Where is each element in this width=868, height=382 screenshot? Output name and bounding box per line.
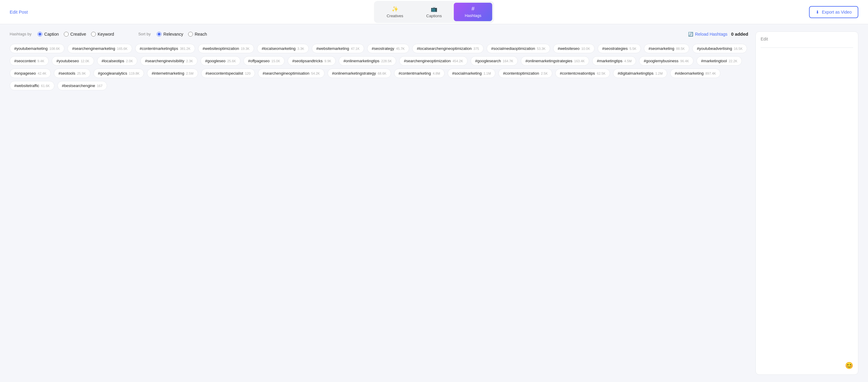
hashtag-text: #seocontent	[14, 59, 36, 63]
hashtag-tag[interactable]: #seocontent9.4K	[10, 56, 49, 66]
hashtag-tag[interactable]: #seotools25.9K	[54, 69, 90, 78]
hashtag-text: #contentcreationtips	[560, 71, 595, 75]
hashtag-panel: Hashtags by Caption Creative Keyword Sor…	[10, 31, 748, 375]
hashtag-count: 19.3K	[241, 47, 249, 50]
hashtag-count: 25.6K	[227, 59, 236, 63]
hashtag-tag[interactable]: #youtubeadvertising16.5K	[692, 44, 747, 53]
edit-panel: Edit 😊	[755, 31, 858, 375]
hashtag-count: 167	[97, 84, 102, 88]
hashtag-text: #searchenginemarketing	[72, 46, 115, 51]
hashtag-tag[interactable]: #websiteoptimization19.3K	[198, 44, 254, 53]
emoji-button[interactable]: 😊	[845, 362, 853, 370]
hashtag-tag[interactable]: #searchenginemarketing165.6K	[67, 44, 132, 53]
hashtag-grid: #youtubemarketing108.6K#searchenginemark…	[10, 44, 748, 90]
hashtag-tag[interactable]: #searchengineoptimisation54.2K	[258, 69, 324, 78]
hashtag-text: #onpageseo	[14, 71, 36, 75]
export-video-button[interactable]: ⬇ Export as Video	[809, 6, 858, 18]
hashtag-tag[interactable]: #onlinemarketingstrategy68.6K	[328, 69, 391, 78]
creatives-icon: ✨	[392, 6, 398, 12]
hashtag-text: #searchengineoptimization	[404, 59, 451, 63]
hashtag-count: 88.5K	[676, 47, 685, 50]
hashtag-tag[interactable]: #seotipsandtricks9.9K	[288, 56, 336, 66]
hashtag-count: 3.3K	[297, 47, 304, 50]
hashtag-tag[interactable]: #googlemybusiness96.4K	[639, 56, 693, 66]
hashtag-tag[interactable]: #seostrategies5.5K	[598, 44, 641, 53]
hashtag-tag[interactable]: #localsearchengineoptimization375	[412, 44, 484, 53]
hashtag-tag[interactable]: #onlinemarketingtips228.5K	[339, 56, 396, 66]
hashtag-count: 9.4K	[37, 59, 44, 63]
hashtag-text: #seotipsandtricks	[292, 59, 322, 63]
hashtag-count: 4.8M	[433, 72, 440, 75]
hashtag-tag[interactable]: #youtubemarketing108.6K	[10, 44, 64, 53]
hashtag-tag[interactable]: #contentmarketingtips381.2K	[135, 44, 195, 53]
hashtag-tag[interactable]: #marketingtool22.2K	[696, 56, 742, 66]
hashtag-tag[interactable]: #contentcreationtips62.5K	[555, 69, 610, 78]
hashtag-tag[interactable]: #googleseo25.6K	[200, 56, 241, 66]
hashtag-count: 164.7K	[503, 59, 513, 63]
hashtag-text: #localseomarketing	[261, 46, 296, 51]
hashtag-text: #seostrategies	[602, 46, 628, 51]
hashtag-tag[interactable]: #bestsearchengine167	[58, 81, 107, 90]
reload-hashtags-button[interactable]: 🔄 Reload Hashtags	[688, 32, 727, 37]
hashtag-count: 62.5K	[597, 72, 606, 75]
hashtag-count: 25.9K	[77, 72, 86, 75]
hashtag-tag[interactable]: #videomarketing897.4K	[670, 69, 720, 78]
hashtag-text: #onlinemarketingstrategies	[525, 59, 572, 63]
hashtag-text: #seocontentspecialist	[206, 71, 243, 75]
hashtag-tag[interactable]: #websitetraffic61.6K	[10, 81, 55, 90]
radio-creative[interactable]: Creative	[64, 32, 86, 37]
hashtag-count: 10.0K	[581, 47, 590, 50]
hashtag-count: 12.0K	[81, 59, 90, 63]
hashtag-tag[interactable]: #onlinemarketingstrategies163.4K	[521, 56, 589, 66]
hashtag-tag[interactable]: #googlesearch164.7K	[471, 56, 518, 66]
edit-post-button[interactable]: Edit Post	[10, 9, 28, 14]
hashtag-tag[interactable]: #digitalmarketingtips1.2M	[613, 69, 667, 78]
hashtag-text: #localseotips	[102, 59, 124, 63]
hashtag-tag[interactable]: #contentoptimization2.5K	[498, 69, 552, 78]
tab-captions[interactable]: 📺 Captions	[415, 3, 453, 21]
hashtag-text: #seomarketing	[648, 46, 674, 51]
hashtag-text: #googlemybusiness	[644, 59, 678, 63]
creative-label: Creative	[70, 32, 86, 37]
hashtag-tag[interactable]: #searchenginevisibility2.3K	[140, 56, 197, 66]
hashtag-tag[interactable]: #marketingtips4.5M	[592, 56, 636, 66]
hashtag-text: #contentoptimization	[503, 71, 539, 75]
edit-textarea[interactable]	[761, 50, 853, 362]
hashtag-tag[interactable]: #socialmediaoptimization53.3K	[487, 44, 550, 53]
hashtag-tag[interactable]: #internetmarketing2.5M	[147, 69, 198, 78]
hashtag-tag[interactable]: #websitemarketing47.1K	[312, 44, 364, 53]
hashtag-count: 54.2K	[311, 72, 320, 75]
hashtag-text: #onlinemarketingtips	[343, 59, 379, 63]
hashtag-count: 165.6K	[117, 47, 128, 50]
hashtag-tag[interactable]: #socialmarketing1.1M	[447, 69, 495, 78]
radio-relevancy[interactable]: Relevancy	[157, 32, 183, 37]
hashtag-tag[interactable]: #googleanalytics119.8K	[93, 69, 144, 78]
hashtag-tag[interactable]: #searchengineoptimization454.2K	[399, 56, 468, 66]
hashtag-tag[interactable]: #contentmarketing4.8M	[394, 69, 444, 78]
radio-keyword[interactable]: Keyword	[91, 32, 114, 37]
hashtag-tag[interactable]: #localseomarketing3.3K	[257, 44, 309, 53]
reach-label: Reach	[195, 32, 207, 37]
hashtag-tag[interactable]: #seocontentspecialist120	[201, 69, 255, 78]
hashtag-tag[interactable]: #onpageseo42.4K	[10, 69, 51, 78]
hashtag-text: #onlinemarketingstrategy	[332, 71, 376, 75]
radio-caption[interactable]: Caption	[37, 32, 59, 37]
caption-label: Caption	[44, 32, 59, 37]
hashtag-tag[interactable]: #websiteseo10.0K	[553, 44, 595, 53]
main-content: Hashtags by Caption Creative Keyword Sor…	[0, 24, 868, 382]
hashtag-tag[interactable]: #localseotips2.0K	[97, 56, 137, 66]
tab-creatives[interactable]: ✨ Creatives	[376, 3, 414, 21]
hashtag-text: #googleanalytics	[98, 71, 127, 75]
tab-hashtags-label: Hashtags	[465, 13, 482, 18]
hashtag-text: #searchenginevisibility	[145, 59, 184, 63]
hashtag-text: #seostrategy	[372, 46, 394, 51]
hashtag-tag[interactable]: #youtubeseo12.0K	[52, 56, 94, 66]
radio-reach[interactable]: Reach	[188, 32, 207, 37]
hashtag-count: 61.6K	[41, 84, 50, 88]
hashtag-tag[interactable]: #seomarketing88.5K	[644, 44, 689, 53]
hashtag-tag[interactable]: #offpageseo15.0K	[244, 56, 285, 66]
tab-hashtags[interactable]: # Hashtags	[454, 3, 492, 21]
hashtag-text: #youtubemarketing	[14, 46, 48, 51]
hashtag-tag[interactable]: #seostrategy45.7K	[367, 44, 409, 53]
relevancy-label: Relevancy	[163, 32, 183, 37]
